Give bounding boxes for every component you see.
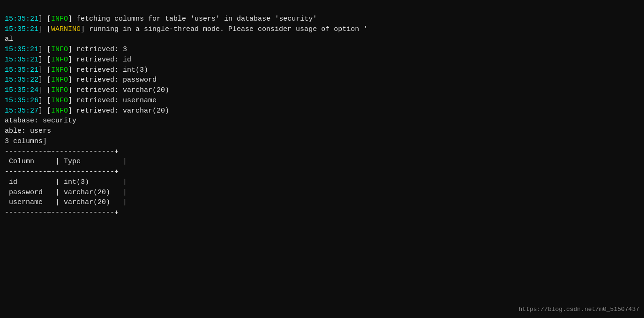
- timestamp-4: 15:35:21: [5, 56, 38, 64]
- line4: 15:35:21] [INFO] retrieved: 3: [5, 45, 127, 53]
- timestamp-2: 15:35:21: [5, 25, 38, 33]
- line10: 15:35:27] [INFO] retrieved: varchar(20): [5, 107, 169, 115]
- level-info-4: INFO: [51, 66, 68, 74]
- timestamp-3: 15:35:21: [5, 45, 38, 53]
- timestamp-7: 15:35:24: [5, 86, 38, 94]
- separator-bottom: ----------+---------------+: [5, 209, 119, 217]
- table-row-id: id | int(3) |: [5, 178, 127, 186]
- level-info-7: INFO: [51, 97, 68, 105]
- timestamp-9: 15:35:27: [5, 107, 38, 115]
- line3: al: [5, 35, 13, 43]
- level-info-8: INFO: [51, 107, 68, 115]
- timestamp-1: 15:35:21: [5, 15, 38, 23]
- line5: 15:35:21] [INFO] retrieved: id: [5, 56, 131, 64]
- watermark: https://blog.csdn.net/m0_51507437: [519, 305, 639, 314]
- table-row-password: password | varchar(20) |: [5, 189, 127, 197]
- table-header: Column | Type |: [5, 158, 127, 166]
- line8: 15:35:24] [INFO] retrieved: varchar(20): [5, 86, 169, 94]
- level-info-6: INFO: [51, 86, 68, 94]
- timestamp-8: 15:35:26: [5, 97, 38, 105]
- separator-top: ----------+---------------+: [5, 148, 119, 156]
- line9: 15:35:26] [INFO] retrieved: username: [5, 97, 157, 105]
- level-info-5: INFO: [51, 76, 68, 84]
- level-info-2: INFO: [51, 45, 68, 53]
- timestamp-6: 15:35:22: [5, 76, 38, 84]
- separator-mid: ----------+---------------+: [5, 168, 119, 176]
- level-info-1: INFO: [51, 15, 68, 23]
- table-row-username: username | varchar(20) |: [5, 198, 127, 206]
- line6: 15:35:21] [INFO] retrieved: int(3): [5, 66, 148, 74]
- line2: 15:35:21] [WARNING] running in a single-…: [5, 25, 367, 33]
- level-warning: WARNING: [51, 25, 81, 33]
- line13: 3 columns]: [5, 137, 47, 145]
- line11: atabase: security: [5, 117, 76, 125]
- level-info-3: INFO: [51, 56, 68, 64]
- terminal-output: 15:35:21] [INFO] fetching columns for ta…: [5, 4, 639, 218]
- line12: able: users: [5, 127, 51, 135]
- line1: 15:35:21] [INFO] fetching columns for ta…: [5, 15, 317, 23]
- timestamp-5: 15:35:21: [5, 66, 38, 74]
- line7: 15:35:22] [INFO] retrieved: password: [5, 76, 157, 84]
